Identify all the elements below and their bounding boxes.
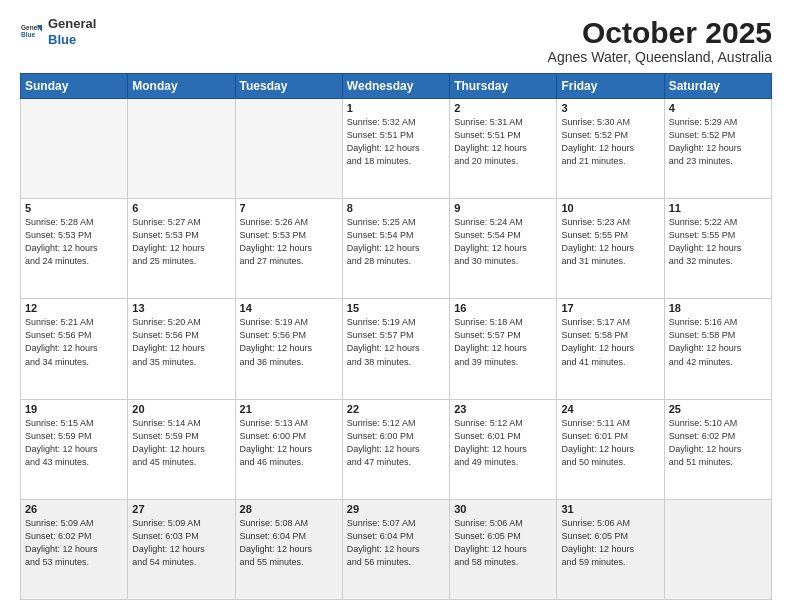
day-number: 30 — [454, 503, 552, 515]
day-info: Sunrise: 5:15 AM Sunset: 5:59 PM Dayligh… — [25, 417, 123, 469]
table-row: 11Sunrise: 5:22 AM Sunset: 5:55 PM Dayli… — [664, 199, 771, 299]
day-number: 12 — [25, 302, 123, 314]
day-info: Sunrise: 5:19 AM Sunset: 5:57 PM Dayligh… — [347, 316, 445, 368]
day-info: Sunrise: 5:30 AM Sunset: 5:52 PM Dayligh… — [561, 116, 659, 168]
day-number: 13 — [132, 302, 230, 314]
header-monday: Monday — [128, 74, 235, 99]
svg-text:Blue: Blue — [21, 31, 35, 38]
header-sunday: Sunday — [21, 74, 128, 99]
day-number: 18 — [669, 302, 767, 314]
day-info: Sunrise: 5:07 AM Sunset: 6:04 PM Dayligh… — [347, 517, 445, 569]
day-number: 31 — [561, 503, 659, 515]
page-title: October 2025 — [548, 16, 772, 49]
day-number: 24 — [561, 403, 659, 415]
calendar-week-row: 26Sunrise: 5:09 AM Sunset: 6:02 PM Dayli… — [21, 499, 772, 599]
day-info: Sunrise: 5:26 AM Sunset: 5:53 PM Dayligh… — [240, 216, 338, 268]
day-number: 7 — [240, 202, 338, 214]
table-row: 30Sunrise: 5:06 AM Sunset: 6:05 PM Dayli… — [450, 499, 557, 599]
table-row: 8Sunrise: 5:25 AM Sunset: 5:54 PM Daylig… — [342, 199, 449, 299]
day-number: 28 — [240, 503, 338, 515]
table-row: 27Sunrise: 5:09 AM Sunset: 6:03 PM Dayli… — [128, 499, 235, 599]
table-row: 5Sunrise: 5:28 AM Sunset: 5:53 PM Daylig… — [21, 199, 128, 299]
calendar-week-row: 5Sunrise: 5:28 AM Sunset: 5:53 PM Daylig… — [21, 199, 772, 299]
table-row: 24Sunrise: 5:11 AM Sunset: 6:01 PM Dayli… — [557, 399, 664, 499]
calendar-header-row: Sunday Monday Tuesday Wednesday Thursday… — [21, 74, 772, 99]
day-info: Sunrise: 5:13 AM Sunset: 6:00 PM Dayligh… — [240, 417, 338, 469]
day-number: 26 — [25, 503, 123, 515]
day-info: Sunrise: 5:12 AM Sunset: 6:01 PM Dayligh… — [454, 417, 552, 469]
day-info: Sunrise: 5:31 AM Sunset: 5:51 PM Dayligh… — [454, 116, 552, 168]
header-thursday: Thursday — [450, 74, 557, 99]
day-info: Sunrise: 5:11 AM Sunset: 6:01 PM Dayligh… — [561, 417, 659, 469]
day-number: 1 — [347, 102, 445, 114]
day-info: Sunrise: 5:18 AM Sunset: 5:57 PM Dayligh… — [454, 316, 552, 368]
header: General Blue General Blue October 2025 A… — [20, 16, 772, 65]
day-number: 21 — [240, 403, 338, 415]
day-info: Sunrise: 5:20 AM Sunset: 5:56 PM Dayligh… — [132, 316, 230, 368]
logo-icon: General Blue — [20, 21, 42, 43]
day-number: 22 — [347, 403, 445, 415]
day-info: Sunrise: 5:12 AM Sunset: 6:00 PM Dayligh… — [347, 417, 445, 469]
day-number: 5 — [25, 202, 123, 214]
header-wednesday: Wednesday — [342, 74, 449, 99]
table-row: 12Sunrise: 5:21 AM Sunset: 5:56 PM Dayli… — [21, 299, 128, 399]
day-info: Sunrise: 5:14 AM Sunset: 5:59 PM Dayligh… — [132, 417, 230, 469]
day-number: 29 — [347, 503, 445, 515]
table-row: 2Sunrise: 5:31 AM Sunset: 5:51 PM Daylig… — [450, 99, 557, 199]
day-info: Sunrise: 5:08 AM Sunset: 6:04 PM Dayligh… — [240, 517, 338, 569]
calendar-week-row: 12Sunrise: 5:21 AM Sunset: 5:56 PM Dayli… — [21, 299, 772, 399]
logo-blue: Blue — [48, 32, 96, 48]
table-row: 16Sunrise: 5:18 AM Sunset: 5:57 PM Dayli… — [450, 299, 557, 399]
table-row: 17Sunrise: 5:17 AM Sunset: 5:58 PM Dayli… — [557, 299, 664, 399]
table-row: 9Sunrise: 5:24 AM Sunset: 5:54 PM Daylig… — [450, 199, 557, 299]
table-row: 23Sunrise: 5:12 AM Sunset: 6:01 PM Dayli… — [450, 399, 557, 499]
day-number: 15 — [347, 302, 445, 314]
day-info: Sunrise: 5:21 AM Sunset: 5:56 PM Dayligh… — [25, 316, 123, 368]
day-info: Sunrise: 5:32 AM Sunset: 5:51 PM Dayligh… — [347, 116, 445, 168]
table-row: 7Sunrise: 5:26 AM Sunset: 5:53 PM Daylig… — [235, 199, 342, 299]
page-subtitle: Agnes Water, Queensland, Australia — [548, 49, 772, 65]
day-number: 23 — [454, 403, 552, 415]
day-number: 19 — [25, 403, 123, 415]
header-tuesday: Tuesday — [235, 74, 342, 99]
day-number: 17 — [561, 302, 659, 314]
day-number: 14 — [240, 302, 338, 314]
day-number: 16 — [454, 302, 552, 314]
day-info: Sunrise: 5:10 AM Sunset: 6:02 PM Dayligh… — [669, 417, 767, 469]
logo: General Blue General Blue — [20, 16, 96, 47]
header-saturday: Saturday — [664, 74, 771, 99]
page: General Blue General Blue October 2025 A… — [0, 0, 792, 612]
table-row: 25Sunrise: 5:10 AM Sunset: 6:02 PM Dayli… — [664, 399, 771, 499]
day-info: Sunrise: 5:22 AM Sunset: 5:55 PM Dayligh… — [669, 216, 767, 268]
table-row: 3Sunrise: 5:30 AM Sunset: 5:52 PM Daylig… — [557, 99, 664, 199]
table-row — [664, 499, 771, 599]
table-row: 20Sunrise: 5:14 AM Sunset: 5:59 PM Dayli… — [128, 399, 235, 499]
table-row: 28Sunrise: 5:08 AM Sunset: 6:04 PM Dayli… — [235, 499, 342, 599]
day-number: 10 — [561, 202, 659, 214]
table-row: 1Sunrise: 5:32 AM Sunset: 5:51 PM Daylig… — [342, 99, 449, 199]
table-row: 10Sunrise: 5:23 AM Sunset: 5:55 PM Dayli… — [557, 199, 664, 299]
day-info: Sunrise: 5:09 AM Sunset: 6:03 PM Dayligh… — [132, 517, 230, 569]
day-info: Sunrise: 5:27 AM Sunset: 5:53 PM Dayligh… — [132, 216, 230, 268]
table-row: 26Sunrise: 5:09 AM Sunset: 6:02 PM Dayli… — [21, 499, 128, 599]
table-row: 19Sunrise: 5:15 AM Sunset: 5:59 PM Dayli… — [21, 399, 128, 499]
day-info: Sunrise: 5:16 AM Sunset: 5:58 PM Dayligh… — [669, 316, 767, 368]
table-row: 18Sunrise: 5:16 AM Sunset: 5:58 PM Dayli… — [664, 299, 771, 399]
day-number: 2 — [454, 102, 552, 114]
calendar-table: Sunday Monday Tuesday Wednesday Thursday… — [20, 73, 772, 600]
day-number: 20 — [132, 403, 230, 415]
table-row — [128, 99, 235, 199]
day-info: Sunrise: 5:28 AM Sunset: 5:53 PM Dayligh… — [25, 216, 123, 268]
table-row: 15Sunrise: 5:19 AM Sunset: 5:57 PM Dayli… — [342, 299, 449, 399]
title-block: October 2025 Agnes Water, Queensland, Au… — [548, 16, 772, 65]
day-number: 6 — [132, 202, 230, 214]
calendar-week-row: 1Sunrise: 5:32 AM Sunset: 5:51 PM Daylig… — [21, 99, 772, 199]
day-number: 4 — [669, 102, 767, 114]
day-number: 3 — [561, 102, 659, 114]
table-row: 14Sunrise: 5:19 AM Sunset: 5:56 PM Dayli… — [235, 299, 342, 399]
calendar-week-row: 19Sunrise: 5:15 AM Sunset: 5:59 PM Dayli… — [21, 399, 772, 499]
day-info: Sunrise: 5:09 AM Sunset: 6:02 PM Dayligh… — [25, 517, 123, 569]
table-row: 22Sunrise: 5:12 AM Sunset: 6:00 PM Dayli… — [342, 399, 449, 499]
day-number: 8 — [347, 202, 445, 214]
table-row: 31Sunrise: 5:06 AM Sunset: 6:05 PM Dayli… — [557, 499, 664, 599]
